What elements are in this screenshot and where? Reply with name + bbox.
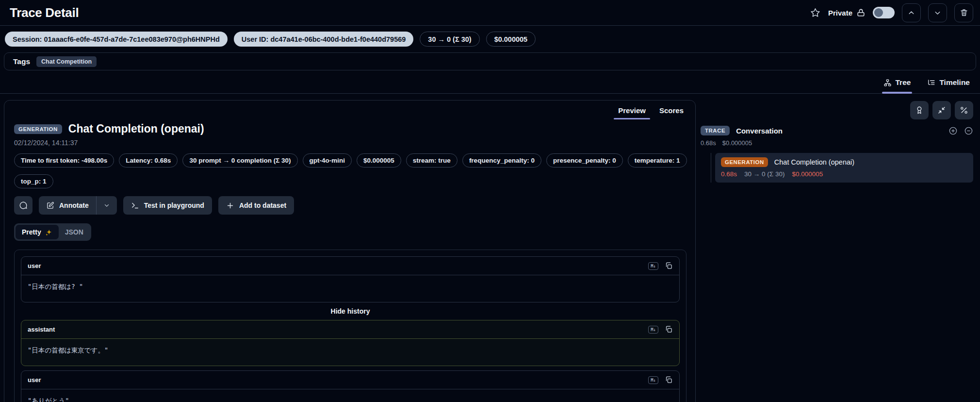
message-header: user M↓: [21, 371, 679, 389]
copy-icon[interactable]: [665, 325, 673, 334]
tags-box[interactable]: Tags Chat Competition: [4, 52, 976, 70]
observation-timestamp: 02/12/2024, 14:11:37: [14, 139, 686, 147]
tab-scores[interactable]: Scores: [653, 101, 690, 119]
copy-icon[interactable]: [665, 376, 673, 384]
message-card-user-2: user M↓ "ありがとう": [21, 370, 680, 402]
trace-meta-row: Session: 01aaacf6-e0fe-457d-a7de-7c1ee08…: [0, 26, 980, 47]
percent-icon: [960, 106, 968, 115]
copy-icon[interactable]: [665, 262, 673, 270]
json-label: JSON: [65, 228, 83, 236]
pretty-view-button[interactable]: Pretty: [16, 225, 59, 239]
delete-trace-button[interactable]: [954, 3, 973, 22]
tree-guide-line: [711, 153, 711, 183]
presence-penalty-badge: presence_penalty: 0: [546, 153, 623, 168]
hide-history-button[interactable]: Hide history: [21, 307, 680, 315]
view-tabs: Tree Timeline: [0, 70, 980, 94]
chevron-down-icon: [103, 202, 110, 209]
add-to-dataset-label: Add to dataset: [239, 201, 286, 209]
observation-title: Chat Completion (openai): [68, 122, 204, 135]
tab-tree-label: Tree: [896, 78, 911, 87]
next-trace-button[interactable]: [928, 3, 947, 22]
node-latency: 0.68s: [721, 170, 737, 178]
latency-badge: Latency: 0.68s: [119, 153, 178, 168]
panel-body: GENERATION Chat Completion (openai) 02/1…: [4, 119, 695, 402]
toggle-knob: [874, 8, 883, 17]
observation-header: GENERATION Chat Completion (openai): [14, 122, 686, 135]
message-tools: M↓: [648, 325, 673, 334]
chevron-down-icon: [933, 9, 942, 17]
json-view-button[interactable]: JSON: [59, 225, 90, 239]
tags-label: Tags: [13, 57, 30, 66]
tree-node-wrap: GENERATION Chat Completion (openai) 0.68…: [701, 153, 973, 183]
collapse-icon: [937, 106, 946, 115]
trace-latency: 0.68s: [701, 139, 716, 147]
observation-actions: Annotate Test in playground Add to datas…: [14, 196, 686, 215]
ttft-badge: Time to first token: -498.00s: [14, 153, 114, 168]
trash-icon: [960, 8, 968, 17]
message-role: assistant: [28, 326, 55, 333]
message-header: user M↓: [21, 257, 679, 275]
collapse-all-button[interactable]: [932, 101, 951, 119]
tree-icon: [883, 79, 892, 87]
pen-square-icon: [46, 201, 54, 210]
annotate-split-button: Annotate: [39, 196, 117, 215]
terminal-icon: [131, 201, 139, 210]
model-badge[interactable]: gpt-4o-mini: [303, 153, 352, 168]
user-id-badge[interactable]: User ID: dc47a41e-06bc-400d-bde1-f0e440d…: [234, 32, 414, 47]
trace-root-row[interactable]: TRACE Conversation: [701, 126, 973, 135]
previous-trace-button[interactable]: [902, 3, 921, 22]
test-in-playground-button[interactable]: Test in playground: [123, 196, 212, 215]
prompt-completion-badge: 30 prompt → 0 completion (Σ 30): [182, 153, 297, 168]
tab-timeline-label: Timeline: [939, 78, 970, 87]
message-content: "日本の首都は東京です。": [21, 339, 679, 366]
page-title: Trace Detail: [10, 5, 79, 20]
comment-icon: [19, 201, 28, 210]
markdown-toggle-icon[interactable]: M↓: [648, 376, 658, 384]
tree-node-generation[interactable]: GENERATION Chat Completion (openai) 0.68…: [715, 153, 973, 183]
annotate-button[interactable]: Annotate: [39, 196, 96, 215]
trace-type-badge: TRACE: [701, 126, 730, 135]
cost-badge: $0.000005: [486, 32, 536, 47]
tree-node-metrics: 0.68s 30 → 0 (Σ 30) $0.000005: [721, 170, 967, 178]
bookmark-star-icon[interactable]: [810, 7, 821, 18]
plus-icon: [226, 201, 234, 210]
trace-cost: $0.000005: [722, 139, 752, 147]
scores-award-button[interactable]: [910, 101, 929, 119]
annotate-dropdown-button[interactable]: [97, 196, 117, 215]
add-to-dataset-button[interactable]: Add to dataset: [218, 196, 294, 215]
trace-metrics: 0.68s $0.000005: [701, 139, 973, 147]
observation-preview-panel: Preview Scores GENERATION Chat Completio…: [4, 100, 696, 402]
tab-preview[interactable]: Preview: [611, 101, 653, 119]
expand-all-button[interactable]: [948, 126, 958, 135]
tree-toolbar: [701, 101, 973, 119]
frequency-penalty-badge: frequency_penalty: 0: [462, 153, 541, 168]
generation-type-badge: GENERATION: [721, 157, 768, 167]
collapse-node-button[interactable]: [964, 126, 973, 135]
top-bar: Trace Detail Private: [0, 0, 980, 26]
message-card-assistant: assistant M↓ "日本の首都は東京です。": [21, 320, 680, 366]
observation-badges-row-2: top_p: 1: [14, 174, 686, 188]
markdown-toggle-icon[interactable]: M↓: [648, 326, 658, 334]
tag-chip[interactable]: Chat Competition: [36, 56, 97, 67]
markdown-toggle-icon[interactable]: M↓: [648, 262, 658, 270]
session-badge[interactable]: Session: 01aaacf6-e0fe-457d-a7de-7c1ee08…: [5, 32, 228, 47]
format-toggle: Pretty JSON: [14, 223, 91, 241]
privacy-toggle[interactable]: [873, 7, 895, 18]
observation-badges-row-1: Time to first token: -498.00s Latency: 0…: [14, 153, 686, 168]
node-tokens: 30 → 0 (Σ 30): [744, 170, 784, 178]
comment-button[interactable]: [14, 196, 33, 215]
tab-timeline[interactable]: Timeline: [926, 78, 971, 93]
content-area: Preview Scores GENERATION Chat Completio…: [0, 94, 980, 402]
spacer: [21, 366, 680, 370]
message-header: assistant M↓: [21, 320, 679, 339]
temperature-badge: temperature: 1: [628, 153, 687, 168]
award-icon: [915, 106, 924, 115]
stream-badge: stream: true: [406, 153, 457, 168]
trace-title: Conversation: [736, 127, 783, 135]
test-in-playground-label: Test in playground: [144, 201, 204, 209]
panel-tabs: Preview Scores: [4, 100, 695, 119]
message-role: user: [28, 262, 41, 269]
metrics-percent-button[interactable]: [955, 101, 973, 119]
trace-tree-sidebar: TRACE Conversation 0.68s $0.000005 GENER…: [701, 100, 976, 402]
tab-tree[interactable]: Tree: [882, 78, 913, 93]
